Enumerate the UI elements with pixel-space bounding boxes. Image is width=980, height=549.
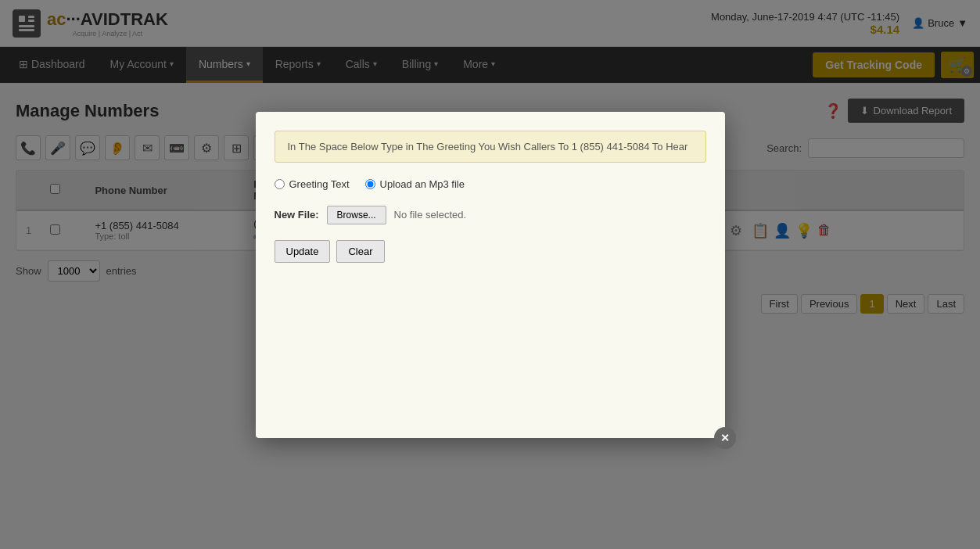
modal-actions: Update Clear	[275, 240, 706, 263]
new-file-label: New File:	[275, 209, 319, 221]
clear-button[interactable]: Clear	[336, 240, 384, 263]
no-file-text: No file selected.	[394, 209, 467, 221]
radio-mp3-input[interactable]	[365, 179, 375, 189]
modal-notice: In The Space Below Type in The Greeting …	[275, 131, 706, 163]
modal-overlay[interactable]: In The Space Below Type in The Greeting …	[0, 0, 980, 549]
radio-mp3[interactable]: Upload an Mp3 file	[365, 178, 465, 190]
radio-group: Greeting Text Upload an Mp3 file	[275, 178, 706, 190]
browse-button[interactable]: Browse...	[327, 206, 386, 224]
modal-close-button[interactable]: ✕	[714, 427, 736, 449]
radio-greeting-text-label: Greeting Text	[289, 178, 350, 190]
modal-body: In The Space Below Type in The Greeting …	[256, 112, 725, 438]
radio-greeting-text[interactable]: Greeting Text	[275, 178, 350, 190]
radio-mp3-label: Upload an Mp3 file	[380, 178, 465, 190]
radio-greeting-text-input[interactable]	[275, 179, 285, 189]
modal-footer-space	[275, 263, 706, 419]
update-button[interactable]: Update	[275, 240, 331, 263]
greeting-modal: In The Space Below Type in The Greeting …	[256, 112, 725, 438]
file-upload-row: New File: Browse... No file selected.	[275, 206, 706, 224]
